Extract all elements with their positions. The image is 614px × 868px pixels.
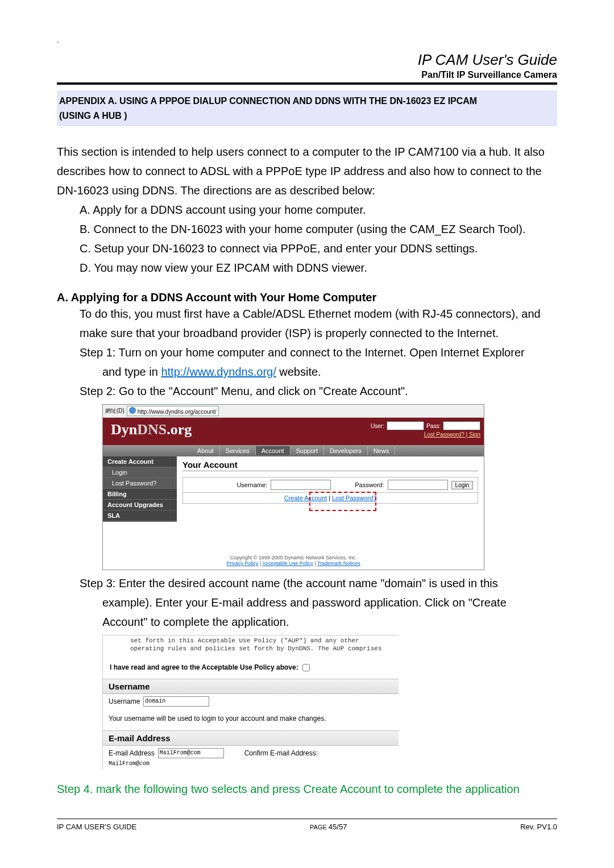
step1-line1: Step 1: Turn on your home computer and c… bbox=[80, 343, 557, 362]
email-label: E-mail Address bbox=[109, 749, 155, 757]
sidebar-lost-password[interactable]: Lost Password? bbox=[103, 478, 177, 489]
header-user-label: User: bbox=[371, 423, 384, 429]
login-row: Username: Password: Login bbox=[182, 477, 478, 493]
globe-icon bbox=[129, 407, 136, 414]
login-button[interactable]: Login bbox=[451, 481, 473, 489]
agree-checkbox[interactable] bbox=[302, 664, 310, 671]
aup-line2: operating rules and policies set forth b… bbox=[130, 645, 381, 652]
nav-services[interactable]: Services bbox=[220, 446, 256, 455]
nav-about[interactable]: About bbox=[192, 446, 220, 455]
sidebar-billing[interactable]: Billing bbox=[103, 489, 177, 500]
main-nav: AboutServicesAccountSupportDevelopersNew… bbox=[103, 445, 484, 456]
step3-line1: Step 3: Enter the desired account name (… bbox=[80, 574, 557, 593]
intro-paragraph: This section is intended to help users c… bbox=[57, 142, 557, 200]
step2-text: Step 2: Go to the "Account" Menu, and cl… bbox=[80, 381, 557, 401]
logo-org: .org bbox=[167, 421, 192, 438]
shot1-footer: Copyright © 1999-2005 Dynamic Network Se… bbox=[103, 545, 484, 570]
top-step-b: B. Connect to the DN-16023 with your hom… bbox=[80, 219, 557, 239]
sidebar-account-upgrades[interactable]: Account Upgrades bbox=[103, 500, 177, 510]
logo-dns: DNS bbox=[137, 421, 167, 438]
sidebar-login[interactable]: Login bbox=[103, 467, 177, 478]
step1-prefix: and type in bbox=[102, 366, 161, 378]
confirm-email-value: MailFrom@com bbox=[103, 761, 399, 769]
step1-line2: and type in http://www.dyndns.org/ websi… bbox=[102, 362, 557, 381]
agree-row: I have read and agree to the Acceptable … bbox=[103, 655, 399, 679]
sidebar: Create Account Login Lost Password? Bill… bbox=[103, 456, 177, 545]
privacy-link[interactable]: Privacy Policy bbox=[226, 560, 258, 566]
nav-news[interactable]: News bbox=[368, 446, 396, 455]
email-input[interactable] bbox=[158, 748, 224, 758]
your-account-heading: Your Account bbox=[182, 460, 478, 471]
aup-link[interactable]: Acceptable Use Policy bbox=[262, 560, 313, 566]
dyndns-logo-bar: DynDNS.org User: Pass: Lost Password? | … bbox=[103, 418, 484, 445]
sidebar-sla[interactable]: SLA bbox=[103, 510, 177, 521]
step3-line2: example). Enter your E-mail address and … bbox=[102, 593, 557, 612]
username-row: Username bbox=[103, 694, 399, 709]
footer-page-label: PAGE bbox=[310, 824, 329, 830]
stray-backtick: ` bbox=[57, 41, 59, 49]
nav-support[interactable]: Support bbox=[291, 446, 325, 455]
links-row: Create Account | Lost Password? bbox=[182, 493, 478, 504]
login-password-input[interactable] bbox=[388, 480, 448, 490]
login-password-label: Password: bbox=[355, 481, 384, 488]
step1-suffix: website. bbox=[276, 366, 321, 378]
step4-text: Step 4. mark the following two selects a… bbox=[57, 783, 557, 796]
doc-subtitle: Pan/Tilt IP Surveillance Camera bbox=[57, 70, 557, 80]
page-header: IP CAM User's Guide Pan/Tilt IP Surveill… bbox=[57, 51, 557, 85]
logo-dyn: Dyn bbox=[111, 421, 137, 438]
username-hint: Your username will be used to login to y… bbox=[103, 709, 399, 730]
username-section-head: Username bbox=[103, 679, 399, 694]
header-pass-label: Pass: bbox=[426, 423, 441, 429]
screenshot-dyndns: 網址(D) http://www.dyndns.org/account/ Dyn… bbox=[102, 404, 484, 570]
addr-label: 網址(D) bbox=[105, 407, 125, 415]
sidebar-create-account[interactable]: Create Account bbox=[103, 456, 177, 467]
screenshot-create-form: set forth in this Acceptable Use Policy … bbox=[102, 635, 399, 769]
create-account-link[interactable]: Create Account bbox=[284, 495, 327, 501]
header-login: User: Pass: Lost Password? | Sign bbox=[371, 421, 480, 438]
aup-text: set forth in this Acceptable Use Policy … bbox=[103, 636, 399, 655]
username-input[interactable] bbox=[143, 696, 209, 707]
appendix-line2: (USING A HUB ) bbox=[59, 111, 127, 121]
top-step-d: D. You may now view your EZ IPCAM with D… bbox=[80, 258, 557, 277]
header-lost-sign[interactable]: Lost Password? | Sign bbox=[371, 431, 480, 438]
login-username-input[interactable] bbox=[271, 480, 331, 490]
header-user-input[interactable] bbox=[387, 421, 424, 430]
footer-page-num: 45/57 bbox=[329, 823, 347, 831]
dyndns-link[interactable]: http://www.dyndns.org/ bbox=[161, 366, 276, 378]
doc-title: IP CAM User's Guide bbox=[57, 51, 557, 69]
links-sep: | bbox=[327, 495, 332, 501]
trademark-link[interactable]: Trademark Notices bbox=[317, 560, 360, 566]
nav-account[interactable]: Account bbox=[256, 446, 291, 455]
browser-address-bar: 網址(D) http://www.dyndns.org/account/ bbox=[103, 405, 484, 418]
dyndns-logo: DynDNS.org bbox=[103, 418, 200, 442]
login-username-label: Username: bbox=[237, 481, 267, 488]
aup-line1: set forth in this Acceptable Use Policy … bbox=[130, 637, 359, 644]
nav-developers[interactable]: Developers bbox=[324, 446, 368, 455]
email-row: E-mail Address Confirm E-mail Address: bbox=[103, 746, 399, 761]
copyright-text: Copyright © 1999-2005 Dynamic Network Se… bbox=[230, 555, 357, 560]
page-footer: IP CAM USER'S GUIDE PAGE 45/57 Rev. PV1.… bbox=[57, 819, 557, 831]
section-a-heading: A. Applying for a DDNS Account with Your… bbox=[57, 291, 557, 304]
step3-line3: Account" to complete the application. bbox=[102, 612, 557, 632]
top-step-a: A. Apply for a DDNS account using your h… bbox=[80, 200, 557, 219]
confirm-email-label: Confirm E-mail Address: bbox=[244, 749, 318, 757]
url-text: http://www.dyndns.org/account/ bbox=[138, 409, 217, 415]
footer-left: IP CAM USER'S GUIDE bbox=[57, 823, 136, 831]
email-section-head: E-mail Address bbox=[103, 730, 399, 746]
agree-label: I have read and agree to the Acceptable … bbox=[110, 663, 298, 671]
appendix-heading: APPENDIX A. USING A PPPOE DIALUP CONNECT… bbox=[57, 90, 557, 126]
lost-password-link[interactable]: Lost Password? bbox=[332, 495, 376, 501]
appendix-line1: APPENDIX A. USING A PPPOE DIALUP CONNECT… bbox=[59, 96, 477, 106]
header-pass-input[interactable] bbox=[443, 421, 480, 430]
url-box[interactable]: http://www.dyndns.org/account/ bbox=[127, 406, 219, 416]
footer-center: PAGE 45/57 bbox=[310, 823, 347, 831]
section-a-p1: To do this, you must first have a Cable/… bbox=[80, 304, 557, 343]
main-panel: Your Account Username: Password: Login C… bbox=[177, 456, 484, 545]
footer-right: Rev. PV1.0 bbox=[520, 823, 557, 831]
top-step-c: C. Setup your DN-16023 to connect via PP… bbox=[80, 239, 557, 258]
username-label: Username bbox=[109, 697, 140, 705]
